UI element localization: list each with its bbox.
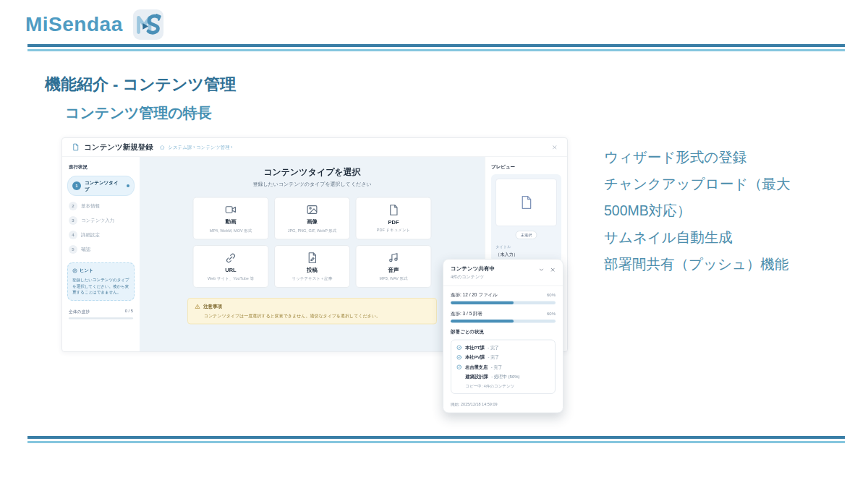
post-icon <box>306 252 318 264</box>
app-window-title: コンテンツ新規登録 <box>84 142 153 153</box>
department-name: 名古屋支店 <box>465 364 488 371</box>
popup-title: コンテンツ共有中 <box>451 265 495 273</box>
preview-thumbnail <box>495 179 557 226</box>
step-number: 5 <box>69 245 77 254</box>
share-progress-popup: コンテンツ共有中 4件のコンテンツ 進捗: 12 / 20 ファイル 60% <box>443 259 563 414</box>
card-label: 投稿 <box>307 267 318 274</box>
step-basic-info[interactable]: 2 基本情報 <box>69 202 135 210</box>
card-label: 動画 <box>226 218 237 226</box>
overall-progress: 全体の進捗 0 / 5 <box>67 309 135 320</box>
department-row: 名古屋支店 - 完了 <box>456 364 550 371</box>
feature-item: チャンクアップロード（最大500MB対応） <box>604 171 821 224</box>
document-icon <box>72 143 80 151</box>
progress-bar <box>451 301 556 305</box>
breadcrumb-text[interactable]: システム課 › コンテンツ管理 › <box>168 144 232 150</box>
progress-label: 進捗: 12 / 20 ファイル <box>451 292 498 299</box>
brand-logo-text: MiSendaa <box>25 13 123 36</box>
content-type-grid: 動画 MP4, WebM, MOV 形式 画像 JPG, PNG, GIF, W… <box>193 197 432 288</box>
close-icon[interactable] <box>550 267 556 273</box>
card-desc: リッチテキスト＋記事 <box>292 276 333 282</box>
warning-title: 注意事項 <box>203 304 222 310</box>
popup-footer-timestamp: 開始: 2025/12/18 14:59:09 <box>443 396 563 413</box>
warning-body: コンテンツタイプは一度選択すると変更できません。適切なタイプを選択してください。 <box>204 313 430 320</box>
progress-departments: 進捗: 3 / 5 部署 60% <box>451 310 556 323</box>
video-icon <box>225 204 237 216</box>
progress-percent: 60% <box>547 311 556 316</box>
department-status: - 処理中 (50%) <box>491 374 519 380</box>
main-title: コンテンツタイプを選択 <box>150 166 474 178</box>
breadcrumb: システム課 › コンテンツ管理 › <box>160 144 233 150</box>
department-row: 本社PV課 - 完了 <box>456 354 550 361</box>
status-badge: 未選択 <box>516 231 537 239</box>
overall-progress-value: 0 / 5 <box>125 309 133 314</box>
bottom-divider-dark <box>27 436 845 439</box>
chevron-down-icon[interactable] <box>539 267 545 273</box>
step-label: コンテンツタイプ <box>85 179 123 192</box>
department-status: - 完了 <box>488 345 499 351</box>
department-row: 建築設計課 - 処理中 (50%) <box>466 374 550 380</box>
card-desc: MP4, WebM, MOV 形式 <box>210 228 252 234</box>
page-subtitle: コンテンツ管理の特長 <box>65 103 212 123</box>
card-video[interactable]: 動画 MP4, WebM, MOV 形式 <box>193 197 269 240</box>
image-icon <box>306 204 318 216</box>
progress-files: 進捗: 12 / 20 ファイル 60% <box>451 292 556 305</box>
card-post[interactable]: 投稿 リッチテキスト＋記事 <box>274 245 350 288</box>
feature-item: ウィザード形式の登録 <box>604 144 821 171</box>
department-name: 建築設計課 <box>466 374 488 380</box>
step-number: 4 <box>69 231 77 239</box>
info-icon <box>72 268 77 273</box>
card-image[interactable]: 画像 JPG, PNG, GIF, WebP 形式 <box>274 197 350 240</box>
title-field-value: （未入力） <box>495 252 557 258</box>
card-label: 音声 <box>388 267 399 274</box>
card-label: URL <box>225 267 236 273</box>
department-status: - 完了 <box>488 354 500 361</box>
step-detail-settings[interactable]: 4 詳細設定 <box>69 231 135 239</box>
sidebar-heading: 進行状況 <box>69 163 135 170</box>
card-audio[interactable]: 音声 MP3, WAV 形式 <box>356 245 432 288</box>
department-section-heading: 部署ごとの状況 <box>451 329 556 335</box>
department-status-box: 本社PT課 - 完了 本社PV課 - 完了 名古屋支店 - 完了 <box>451 340 556 395</box>
active-dot <box>127 184 129 187</box>
warning-box: 注意事項 コンテンツタイプは一度選択すると変更できません。適切なタイプを選択して… <box>187 298 437 325</box>
main-subtitle: 登録したいコンテンツのタイプを選択してください <box>150 181 474 188</box>
step-label: コンテンツ入力 <box>81 218 114 224</box>
link-icon <box>225 252 237 265</box>
card-url[interactable]: URL Web サイト、YouTube 等 <box>193 245 269 288</box>
step-number: 3 <box>69 216 77 225</box>
step-label: 基本情報 <box>81 203 100 210</box>
hint-box: ヒント 登録したいコンテンツのタイプを選択してください。後から変更することはでき… <box>67 262 135 301</box>
close-icon[interactable] <box>552 144 558 150</box>
card-desc: PDF ドキュメント <box>377 228 410 234</box>
wizard-sidebar: 進行状況 1 コンテンツタイプ 2 基本情報 3 コンテンツ入力 4 詳細設定 <box>62 157 140 351</box>
check-circle-icon <box>456 355 462 361</box>
card-label: 画像 <box>307 218 318 226</box>
card-desc: Web サイト、YouTube 等 <box>208 275 254 281</box>
top-divider-dark <box>27 44 845 47</box>
preview-heading: プレビュー <box>491 163 561 170</box>
step-content-type[interactable]: 1 コンテンツタイプ <box>67 176 135 196</box>
feature-list: ウィザード形式の登録 チャンクアップロード（最大500MB対応） サムネイル自動… <box>604 144 821 278</box>
audio-icon <box>388 252 400 264</box>
hint-title: ヒント <box>80 267 93 274</box>
bottom-divider-light <box>27 441 845 443</box>
wizard-main: コンテンツタイプを選択 登録したいコンテンツのタイプを選択してください 動画 M… <box>140 157 485 351</box>
popup-header: コンテンツ共有中 4件のコンテンツ <box>443 260 563 286</box>
title-field-label: タイトル <box>495 244 557 249</box>
step-label: 詳細設定 <box>81 232 100 239</box>
page-title: 機能紹介 - コンテンツ管理 <box>45 74 236 95</box>
check-circle-icon <box>456 364 462 370</box>
check-circle-icon <box>456 345 462 351</box>
step-label: 確認 <box>81 247 90 253</box>
card-pdf[interactable]: PDF PDF ドキュメント <box>356 197 432 240</box>
feature-item: サムネイル自動生成 <box>604 224 821 251</box>
card-desc: JPG, PNG, GIF, WebP 形式 <box>288 228 337 234</box>
department-name: 本社PT課 <box>465 345 485 351</box>
progress-bar <box>451 320 556 323</box>
progress-percent: 60% <box>547 293 556 298</box>
warning-icon <box>195 304 200 309</box>
progress-fill <box>451 320 514 323</box>
department-row: 本社PT課 - 完了 <box>456 345 550 351</box>
hint-body: 登録したいコンテンツのタイプを選択してください。後から変更することはできません。 <box>72 277 129 296</box>
step-content-input[interactable]: 3 コンテンツ入力 <box>69 216 135 225</box>
step-confirm[interactable]: 5 確認 <box>69 245 135 254</box>
